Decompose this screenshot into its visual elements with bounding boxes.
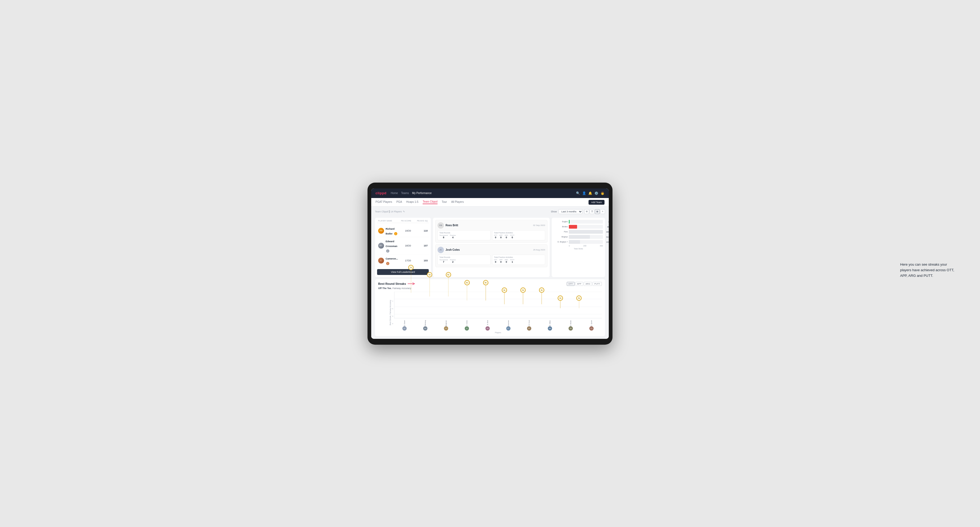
practice-value: 4	[450, 236, 456, 239]
grid-line	[395, 314, 602, 314]
player-name-label: B. Ford	[519, 320, 539, 330]
bar-fill	[569, 225, 577, 229]
view-icons: ⊞ ☰ ▦ ≡	[584, 209, 605, 214]
edit-icon[interactable]: ✎	[403, 210, 405, 213]
streak-bubble: 4x	[502, 287, 507, 293]
bar-track: 96	[569, 225, 603, 229]
player-name-text: E. Crossman	[508, 320, 509, 330]
avatar: JC	[438, 247, 444, 253]
avatar-icon[interactable]: 👨	[600, 191, 605, 195]
bar-track: 499	[569, 230, 603, 234]
scatter-names-row: E. Ewert B. McHarg D. Billingham J. Cole…	[394, 320, 602, 330]
player-card-josh: JC Josh Coles 26 Aug 2023 Total Rounds T…	[435, 244, 547, 267]
scatter-line	[430, 277, 430, 297]
lb-avg: 107	[417, 244, 428, 247]
subnav-right: Add Team	[589, 199, 605, 205]
nav-my-performance[interactable]: My Performance	[412, 192, 431, 195]
list-view-button[interactable]: ☰	[590, 209, 594, 214]
player-name-text: E. Ewert	[404, 320, 405, 326]
bell-icon[interactable]: 🔔	[588, 191, 592, 195]
streak-bubble: 4x	[520, 287, 526, 293]
card-view-button[interactable]: ▦	[595, 209, 600, 214]
practice-label: Practice	[450, 235, 456, 236]
bar-row-dbogeys: D. Bogeys + 131	[554, 240, 603, 244]
rank-badge: 2	[386, 249, 389, 252]
subnav-hcaps[interactable]: Hcaps 1-5	[406, 200, 418, 204]
rank-badge: 1	[394, 232, 397, 235]
scatter-player-miller: 4x	[539, 287, 544, 304]
subnav-tour[interactable]: Tour	[442, 200, 447, 204]
grid-line	[395, 306, 602, 307]
streak-bubble: 5x	[483, 280, 488, 285]
player-name-label: R. Butler	[560, 320, 581, 330]
player-name-label: D. Billingham	[436, 320, 457, 330]
streaks-subtitle-bold: Off The Tee	[378, 287, 391, 290]
grid-view-button[interactable]: ⊞	[584, 209, 589, 214]
period-select[interactable]: Last 3 months	[558, 209, 583, 214]
player-name-label: E. Crossman	[498, 320, 519, 330]
add-team-button[interactable]: Add Team	[589, 200, 605, 205]
lb-score: 18/20	[400, 244, 416, 247]
putt-value: 0	[510, 236, 514, 239]
player-name-label: M. Miller	[539, 320, 560, 330]
player-name-text: R. Butler	[570, 320, 571, 326]
ott-label: OTT	[494, 235, 497, 236]
app-stat: APP 0	[499, 235, 503, 239]
scatter-line	[467, 285, 467, 300]
scatter-line	[504, 293, 504, 304]
player-name: Cameron...	[386, 257, 398, 260]
scatter-line	[448, 277, 449, 297]
card-stats: Total Rounds Tournament 7 Practice 2	[438, 255, 545, 265]
player-cameron: C Cameron... 3	[378, 256, 399, 265]
player-name-text: C. Quick	[591, 320, 592, 326]
tournament-label: Tournament	[439, 259, 448, 260]
scatter-plot-area: 7x 6x 6x	[394, 292, 602, 333]
ott-label: OTT	[494, 259, 497, 260]
filter-putt-button[interactable]: PUTT	[593, 282, 602, 286]
app-logo: clippd	[375, 191, 387, 195]
filter-ott-button[interactable]: OTT	[567, 282, 575, 286]
main-content: Team Clippd | 14 Players ✎ Show Last 3 m…	[371, 206, 609, 339]
player-name-label: J. Coles	[457, 320, 477, 330]
streak-bubble: 6x	[427, 272, 432, 277]
card-header: RB Rees Britt 02 Sep 2023	[438, 222, 545, 229]
subnav-pga[interactable]: PGA	[396, 200, 402, 204]
lb-col-score: PB SCORE	[401, 220, 417, 222]
subnav-team-clippd[interactable]: Team Clippd	[423, 200, 438, 204]
streak-bubble: 3x	[576, 295, 582, 301]
filter-app-button[interactable]: APP	[575, 282, 583, 286]
player-name-text: R. Britt	[487, 320, 488, 325]
person-icon[interactable]: 👤	[582, 191, 586, 195]
settings-icon[interactable]: ⚙️	[594, 191, 598, 195]
tournament-stat: Tournament 7	[439, 259, 448, 263]
scatter-line	[541, 293, 542, 304]
streak-bubble: 7x	[408, 265, 414, 270]
view-full-leaderboard-button[interactable]: View Full Leaderboard	[377, 269, 429, 275]
table-view-button[interactable]: ≡	[600, 209, 605, 214]
player-card-date: 02 Sep 2023	[533, 224, 545, 227]
app-label: APP	[499, 235, 503, 236]
search-icon[interactable]: 🔍	[576, 191, 580, 195]
filter-arg-button[interactable]: ARG	[584, 282, 592, 286]
bar-chart: Eagles 3 Birdies 96	[554, 220, 603, 244]
nav-teams[interactable]: Teams	[401, 192, 409, 195]
bar-value: 96	[607, 226, 609, 227]
scatter-player-mcharg: 6x	[427, 272, 432, 297]
subnav-all-players[interactable]: All Players	[451, 200, 464, 204]
card-header: JC Josh Coles 26 Aug 2023	[438, 247, 545, 253]
avatar: RB	[378, 228, 384, 234]
subnav-pgat[interactable]: PGAT Players	[375, 200, 392, 204]
axis-label-200: 200	[583, 245, 586, 247]
bar-row-eagles: Eagles 3	[554, 220, 603, 224]
nav-home[interactable]: Home	[391, 192, 398, 195]
app-stat: APP 0	[499, 259, 503, 263]
putt-stat: PUTT 1	[510, 259, 514, 263]
lb-avg: 110	[417, 229, 428, 232]
bar-value: 131	[606, 241, 609, 243]
scatter-line	[485, 285, 486, 300]
bar-value: 3	[608, 221, 609, 222]
putt-stat: PUTT 0	[510, 235, 514, 239]
bar-fill	[569, 220, 570, 224]
scatter-player-ford: 4x	[520, 287, 526, 304]
bar-row-bogeys: Bogeys 311	[554, 235, 603, 239]
